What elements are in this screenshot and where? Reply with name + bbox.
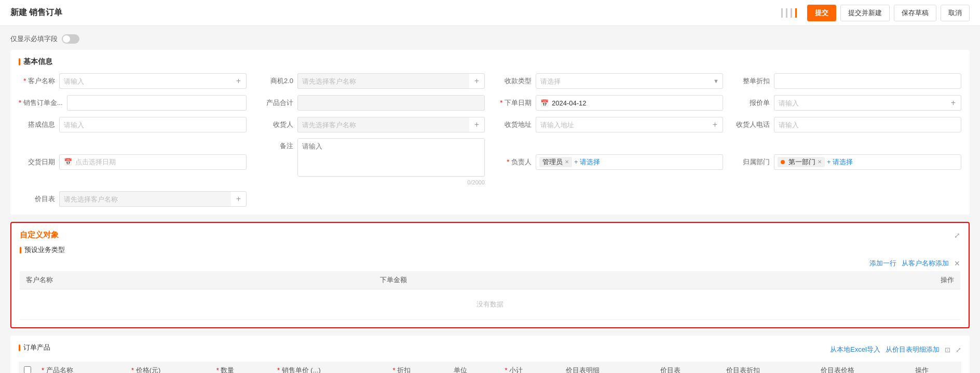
toggle-row: 仅显示必填字段 bbox=[10, 34, 970, 44]
discount-label: 整单折扣 bbox=[733, 76, 770, 86]
price-list-add-btn[interactable]: + bbox=[231, 191, 247, 207]
custom-close-btn[interactable]: ✕ bbox=[954, 259, 960, 268]
delivery-address-row: 收货地址 + bbox=[495, 116, 723, 133]
department-add-text[interactable]: + 请选择 bbox=[827, 157, 853, 167]
sub-section-title: 预设业务类型 bbox=[20, 245, 960, 255]
delivery-date-input[interactable]: 📅 点击选择日期 bbox=[59, 154, 247, 170]
order-col-unit: 单位 bbox=[448, 362, 500, 373]
customer-name-add-btn[interactable]: + bbox=[231, 73, 247, 89]
toggle-label: 仅显示必填字段 bbox=[10, 34, 58, 44]
receiver-input[interactable] bbox=[297, 117, 469, 132]
remarks-textarea[interactable] bbox=[297, 138, 485, 177]
add-from-customer-btn[interactable]: 从客户名称添加 bbox=[902, 259, 949, 268]
opportunity-input[interactable] bbox=[297, 73, 469, 89]
step-indicators bbox=[781, 8, 797, 18]
department-row: 归属部门 第一部门 ✕ + 请选择 bbox=[733, 138, 961, 185]
add-from-price-list-btn[interactable]: 从价目表明细添加 bbox=[886, 345, 940, 354]
opportunity-label: 商机2.0 bbox=[257, 76, 293, 86]
opportunity-row: 商机2.0 + bbox=[257, 73, 485, 89]
department-tag-remove[interactable]: ✕ bbox=[818, 159, 822, 165]
order-icon-2[interactable]: ⤢ bbox=[956, 346, 961, 354]
department-input[interactable]: 第一部门 ✕ + 请选择 bbox=[774, 154, 961, 170]
required-fields-toggle[interactable] bbox=[62, 34, 79, 44]
responsible-tag: 管理员 ✕ bbox=[539, 157, 572, 167]
delivery-address-input[interactable] bbox=[536, 117, 707, 132]
custom-expand-icon[interactable]: ⤢ bbox=[954, 231, 960, 239]
transaction-info-input[interactable] bbox=[59, 117, 247, 132]
receiver-add-btn[interactable]: + bbox=[469, 117, 485, 132]
transaction-info-row: 搭成信息 bbox=[19, 116, 247, 133]
payment-type-select[interactable]: ▼ bbox=[536, 73, 723, 89]
transaction-info-label: 搭成信息 bbox=[19, 120, 55, 129]
custom-col-amount: 下单金额 bbox=[374, 271, 728, 289]
order-date-input[interactable]: 📅 2024-04-12 bbox=[536, 95, 723, 111]
payment-type-label: 收款类型 bbox=[495, 76, 532, 86]
delivery-address-add-btn[interactable]: + bbox=[707, 117, 723, 132]
discount-input[interactable]: 100% bbox=[774, 73, 961, 89]
opportunity-input-wrap: + bbox=[297, 73, 485, 89]
sales-amount-input[interactable]: 0.00 bbox=[67, 95, 247, 111]
order-products-section: 订单产品 从本地Excel导入 从价目表明细添加 ⊡ ⤢ 产品名称 价格(元) … bbox=[10, 336, 970, 373]
custom-section-header: 自定义对象 ⤢ bbox=[20, 230, 960, 240]
responsible-input[interactable]: 管理员 ✕ + 请选择 bbox=[536, 154, 723, 170]
order-col-product: 产品名称 bbox=[36, 362, 126, 373]
quotation-input[interactable] bbox=[774, 95, 946, 111]
receiver-phone-label: 收货人电话 bbox=[733, 120, 770, 129]
order-select-all[interactable] bbox=[24, 366, 31, 374]
calendar-icon: 📅 bbox=[540, 99, 549, 107]
order-col-operation: 操作 bbox=[910, 362, 961, 373]
opportunity-add-btn[interactable]: + bbox=[469, 73, 485, 89]
order-col-subtotal: 小计 bbox=[500, 362, 561, 373]
custom-table: 客户名称 下单金额 操作 没有数据 bbox=[20, 271, 960, 320]
order-col-price-list-discount: 价目表折扣 bbox=[721, 362, 815, 373]
price-list-label: 价目表 bbox=[19, 194, 55, 204]
department-dot bbox=[781, 160, 785, 164]
customer-name-label: 客户名称 bbox=[19, 76, 55, 86]
basic-info-title: 基本信息 bbox=[19, 57, 961, 66]
price-list-input[interactable] bbox=[59, 191, 231, 207]
page-content: 仅显示必填字段 基本信息 客户名称 + 商机2.0 + bbox=[0, 26, 980, 373]
delivery-calendar-icon: 📅 bbox=[64, 158, 72, 166]
customer-name-input-wrap: + bbox=[59, 73, 247, 89]
delivery-date-placeholder: 点击选择日期 bbox=[75, 157, 242, 167]
step-4 bbox=[795, 8, 797, 18]
customer-name-input[interactable] bbox=[59, 73, 231, 89]
receiver-phone-input[interactable] bbox=[774, 117, 961, 132]
price-list-row: 价目表 + bbox=[19, 191, 247, 207]
page-header: 新建 销售订单 提交 提交并新建 保存草稿 取消 bbox=[0, 0, 980, 26]
custom-col-customer: 客户名称 bbox=[20, 271, 374, 289]
responsible-add-text[interactable]: + 请选择 bbox=[574, 157, 600, 167]
order-col-price-list: 价目表 bbox=[655, 362, 721, 373]
quotation-input-wrap: + bbox=[774, 95, 961, 111]
payment-type-input[interactable] bbox=[536, 73, 723, 89]
responsible-tag-remove[interactable]: ✕ bbox=[565, 159, 569, 165]
submit-button[interactable]: 提交 bbox=[807, 5, 836, 21]
custom-empty-text: 没有数据 bbox=[20, 289, 960, 320]
delivery-date-label: 交货日期 bbox=[19, 157, 55, 167]
delivery-date-row: 交货日期 📅 点击选择日期 bbox=[19, 138, 247, 185]
remarks-label: 备注 bbox=[257, 138, 293, 151]
save-draft-button[interactable]: 保存草稿 bbox=[894, 5, 936, 21]
import-excel-btn[interactable]: 从本地Excel导入 bbox=[830, 345, 880, 354]
order-col-price-list-price: 价目表价格 bbox=[815, 362, 910, 373]
sales-amount-row: 销售订单金... 0.00 bbox=[19, 95, 247, 111]
order-icon-1[interactable]: ⊡ bbox=[945, 346, 950, 354]
department-tag-text: 第一部门 bbox=[788, 157, 815, 167]
order-col-price-detail: 价目表明细 bbox=[561, 362, 655, 373]
department-label: 归属部门 bbox=[733, 157, 770, 167]
step-2 bbox=[786, 8, 787, 18]
product-total-label: 产品合计 bbox=[257, 98, 293, 108]
cancel-button[interactable]: 取消 bbox=[941, 5, 970, 21]
receiver-row: 收货人 + bbox=[257, 116, 485, 133]
order-date-label: 下单日期 bbox=[495, 98, 532, 108]
order-col-unit-price: 销售单价 (...) bbox=[272, 362, 388, 373]
quotation-label: 报价单 bbox=[733, 98, 770, 108]
quotation-add-btn[interactable]: + bbox=[946, 95, 961, 111]
customer-name-row: 客户名称 + bbox=[19, 73, 247, 89]
remarks-row: 备注 0/2000 bbox=[257, 138, 485, 185]
submit-new-button[interactable]: 提交并新建 bbox=[840, 5, 890, 21]
product-total-input[interactable] bbox=[297, 95, 485, 111]
page-title: 新建 销售订单 bbox=[10, 7, 62, 18]
order-col-price: 价格(元) bbox=[126, 362, 211, 373]
add-row-btn[interactable]: 添加一行 bbox=[869, 259, 896, 268]
